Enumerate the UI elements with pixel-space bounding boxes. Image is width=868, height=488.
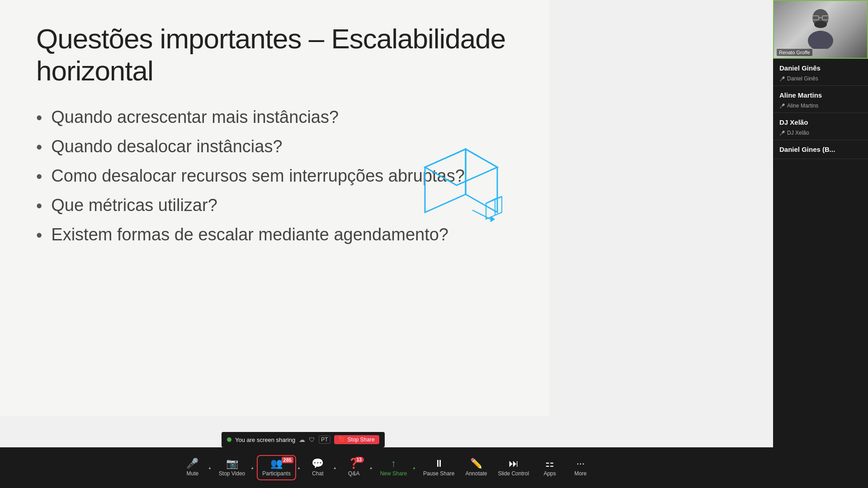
mic-muted-icon-2: 🎤 xyxy=(779,131,785,136)
qa-chevron[interactable]: ▲ xyxy=(368,464,374,472)
video-name-badge: Renato Groffe xyxy=(777,49,812,56)
svg-marker-2 xyxy=(425,149,497,185)
stop-video-chevron[interactable]: ▲ xyxy=(250,464,255,472)
participant-sub-1: 🎤 Aline Martins xyxy=(779,102,862,110)
sharing-banner: You are screen sharing ☁ 🛡 PT 🟥 Stop Sha… xyxy=(222,432,385,447)
participants-chevron[interactable]: ▲ xyxy=(296,464,302,472)
participants-button[interactable]: 285 👥 Participants xyxy=(257,455,296,480)
mute-label: Mute xyxy=(187,470,199,477)
participant-name-0: Daniel Ginês xyxy=(779,64,862,72)
participant-sub-0: 🎤 Daniel Ginês xyxy=(779,75,862,83)
shield-icon: 🛡 xyxy=(309,436,315,443)
person-silhouette xyxy=(802,8,839,49)
participants-icon: 👥 xyxy=(270,459,283,469)
stop-share-label: Stop Share xyxy=(348,436,375,443)
annotate-icon: ✏️ xyxy=(470,459,482,469)
svg-point-14 xyxy=(814,21,827,28)
bullet-text: Como desalocar recursos sem interrupções… xyxy=(51,164,465,188)
cube-illustration xyxy=(407,140,511,239)
stop-share-button[interactable]: 🟥 Stop Share xyxy=(334,435,379,444)
svg-line-3 xyxy=(472,210,491,219)
participants-list: Daniel Ginês 🎤 Daniel Ginês Aline Martin… xyxy=(773,59,868,159)
participant-name-2: DJ Xelão xyxy=(779,118,862,126)
slide-control-icon: ⏭ xyxy=(509,459,519,469)
participant-sub-label-0: Daniel Ginês xyxy=(787,75,818,82)
qa-button[interactable]: 13 ❓ Q&A xyxy=(340,456,368,479)
mute-button[interactable]: 🎤 Mute xyxy=(178,456,207,479)
participants-label: Participants xyxy=(262,470,291,477)
qa-label: Q&A xyxy=(348,470,359,477)
sharing-text: You are screen sharing xyxy=(235,436,295,443)
participant-sub-label-1: Aline Martins xyxy=(787,103,818,109)
participant-section-0: Daniel Ginês 🎤 Daniel Ginês xyxy=(773,59,868,86)
sidebar-panel: Renato Groffe Daniel Ginês 🎤 Daniel Ginê… xyxy=(773,0,868,488)
participant-name-3: Daniel Gines (B... xyxy=(779,145,862,153)
chat-button[interactable]: 💬 Chat xyxy=(303,456,332,479)
chevron-down-icon: ▲ xyxy=(369,466,373,470)
mic-muted-icon-0: 🎤 xyxy=(779,76,785,81)
participant-sub-2: 🎤 DJ Xelão xyxy=(779,129,862,137)
bullet-text: Quando acrescentar mais instâncias? xyxy=(51,105,339,129)
mic-muted-icon-1: 🎤 xyxy=(779,103,785,108)
more-button[interactable]: ··· More xyxy=(566,456,595,479)
bullet-text: Que métricas utilizar? xyxy=(51,193,217,217)
bullet-text: Existem formas de escalar mediante agend… xyxy=(51,223,448,247)
participants-badge: 285 xyxy=(282,457,293,463)
stop-share-icon: 🟥 xyxy=(339,436,345,443)
new-share-icon: ↑ xyxy=(391,459,396,469)
slide-control-button[interactable]: ⏭ Slide Control xyxy=(493,456,533,479)
apps-icon: ⚏ xyxy=(545,459,554,469)
apps-label: Apps xyxy=(543,470,556,477)
stop-video-button[interactable]: 📷 Stop Video xyxy=(214,456,250,479)
chevron-down-icon: ▲ xyxy=(333,466,337,470)
qa-badge: 13 xyxy=(354,457,364,463)
apps-button[interactable]: ⚏ Apps xyxy=(535,456,564,479)
chevron-down-icon: ▲ xyxy=(412,466,416,470)
bullet-dot: • xyxy=(36,106,42,130)
chat-label: Chat xyxy=(312,470,323,477)
bullet-dot: • xyxy=(36,136,42,160)
bullet-text: Quando desalocar instâncias? xyxy=(51,135,282,159)
mute-chevron[interactable]: ▲ xyxy=(207,464,212,472)
lang-badge: PT xyxy=(319,436,330,444)
slide-title: Questões importantes – Escalabilidade ho… xyxy=(36,23,522,87)
participant-section-2: DJ Xelão 🎤 DJ Xelão xyxy=(773,113,868,140)
bullet-dot: • xyxy=(36,194,42,218)
pause-share-icon: ⏸ xyxy=(434,459,444,469)
slide-control-label: Slide Control xyxy=(498,470,529,477)
bullet-dot: • xyxy=(36,165,42,189)
new-share-chevron[interactable]: ▲ xyxy=(411,464,417,472)
chevron-down-icon: ▲ xyxy=(208,466,212,470)
more-icon: ··· xyxy=(576,459,585,469)
participant-sub-label-2: DJ Xelão xyxy=(787,130,809,136)
cloud-icon: ☁ xyxy=(299,436,305,443)
bullet-item-0: •Quando acrescentar mais instâncias? xyxy=(36,105,522,130)
participant-section-3: Daniel Gines (B... xyxy=(773,140,868,159)
stop-video-icon: 📷 xyxy=(226,459,238,469)
mute-icon: 🎤 xyxy=(186,459,198,469)
video-thumbnail: Renato Groffe xyxy=(773,0,868,59)
participant-name-1: Aline Martins xyxy=(779,91,862,99)
annotate-label: Annotate xyxy=(465,470,487,477)
bullet-dot: • xyxy=(36,224,42,248)
chat-icon: 💬 xyxy=(311,459,324,469)
more-label: More xyxy=(574,470,586,477)
share-indicator xyxy=(227,437,231,442)
svg-point-15 xyxy=(808,31,833,49)
toolbar: 🎤 Mute ▲ 📷 Stop Video ▲ 285 👥 Participan… xyxy=(0,447,773,488)
chevron-down-icon: ▲ xyxy=(297,466,301,470)
new-share-label: New Share xyxy=(380,470,407,477)
participant-section-1: Aline Martins 🎤 Aline Martins xyxy=(773,86,868,113)
chat-chevron[interactable]: ▲ xyxy=(332,464,338,472)
stop-video-label: Stop Video xyxy=(219,470,245,477)
annotate-button[interactable]: ✏️ Annotate xyxy=(461,456,491,479)
new-share-button[interactable]: ↑ New Share xyxy=(376,456,411,479)
chevron-down-icon: ▲ xyxy=(250,466,254,470)
svg-line-7 xyxy=(486,199,495,203)
pause-share-label: Pause Share xyxy=(423,470,454,477)
pause-share-button[interactable]: ⏸ Pause Share xyxy=(419,456,459,479)
